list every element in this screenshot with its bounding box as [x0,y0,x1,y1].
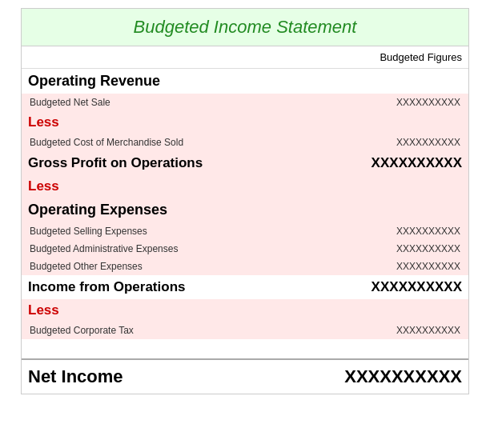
value-col-header: Budgeted Figures [285,46,468,69]
row-value [285,339,468,349]
row-label [22,339,285,349]
row-value: XXXXXXXXXX [285,322,468,339]
row-label: Less [22,175,285,198]
page-title: Budgeted Income Statement [134,17,357,37]
row-label: Budgeted Administrative Expenses [22,240,285,258]
table-row: Gross Profit on OperationsXXXXXXXXXX [22,151,468,175]
row-label: Gross Profit on Operations [22,151,285,175]
row-value [285,349,468,359]
table-row: Operating Expenses [22,198,468,222]
row-label: Operating Revenue [22,69,285,94]
table-row: Less [22,299,468,322]
row-label: Income from Operations [22,275,285,299]
row-value [285,69,468,94]
row-value: XXXXXXXXXX [285,240,468,258]
income-statement-table: Budgeted Figures Operating RevenueBudget… [22,46,468,394]
table-row: Less [22,175,468,198]
row-value [285,299,468,322]
row-value: XXXXXXXXXX [285,134,468,151]
table-row: Income from OperationsXXXXXXXXXX [22,275,468,299]
table-row: Less [22,111,468,134]
row-value [285,111,468,134]
label-col-header [22,46,285,69]
row-value: XXXXXXXXXX [285,275,468,299]
table-row: Budgeted Administrative ExpensesXXXXXXXX… [22,240,468,258]
row-label: Budgeted Other Expenses [22,258,285,275]
row-value: XXXXXXXXXX [285,222,468,240]
table-row: Budgeted Corporate TaxXXXXXXXXXX [22,322,468,339]
row-label [22,349,285,359]
table-row: Budgeted Other ExpensesXXXXXXXXXX [22,258,468,275]
row-label: Net Income [22,359,285,394]
row-value: XXXXXXXXXX [285,94,468,111]
row-value: XXXXXXXXXX [285,151,468,175]
table-row [22,349,468,359]
table-row: Budgeted Cost of Merchandise SoldXXXXXXX… [22,134,468,151]
row-value: XXXXXXXXXX [285,258,468,275]
main-container: Budgeted Income Statement Budgeted Figur… [21,8,469,394]
row-value: XXXXXXXXXX [285,359,468,394]
table-row: Budgeted Net SaleXXXXXXXXXX [22,94,468,111]
row-label: Budgeted Net Sale [22,94,285,111]
row-label: Operating Expenses [22,198,285,222]
row-label: Budgeted Selling Expenses [22,222,285,240]
table-row: Net IncomeXXXXXXXXXX [22,359,468,394]
table-header-row: Budgeted Figures [22,46,468,69]
table-row: Operating Revenue [22,69,468,94]
row-value [285,175,468,198]
table-row [22,339,468,349]
title-row: Budgeted Income Statement [22,9,468,46]
row-label: Budgeted Cost of Merchandise Sold [22,134,285,151]
row-label: Less [22,299,285,322]
table-row: Budgeted Selling ExpensesXXXXXXXXXX [22,222,468,240]
row-value [285,198,468,222]
row-label: Less [22,111,285,134]
row-label: Budgeted Corporate Tax [22,322,285,339]
